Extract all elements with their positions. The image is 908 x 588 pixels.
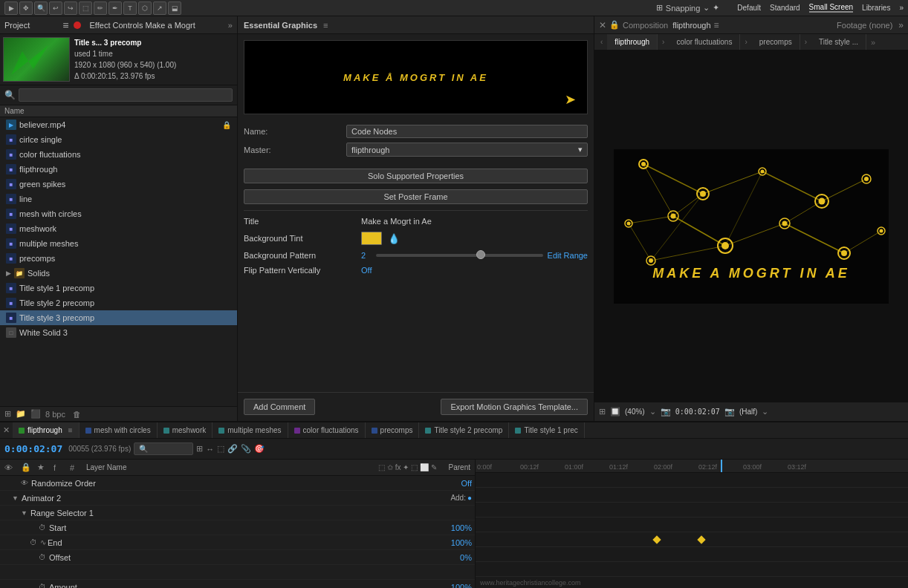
workspace-expand-icon[interactable]: » [899, 4, 904, 12]
workspace-standard[interactable]: Standard [770, 4, 800, 12]
undo-tool[interactable]: ↩ [49, 1, 62, 15]
edit-range-button[interactable]: Edit Range [548, 251, 588, 260]
current-timecode[interactable]: 0:00:02:07 [4, 443, 62, 454]
select-tool[interactable]: ▶ [4, 1, 18, 15]
panel-icon-3[interactable]: ⬛ [30, 409, 41, 419]
list-item[interactable]: ▶ believer.mp4 🔒 [0, 117, 237, 132]
keyframe-diamond-2[interactable] [697, 535, 705, 543]
comp-menu-icon[interactable]: ≡ [714, 20, 719, 30]
eg-menu-icon[interactable]: ≡ [323, 21, 328, 30]
eyedropper-icon[interactable]: 💧 [388, 233, 400, 244]
timeline-search-input[interactable] [134, 442, 193, 455]
add-comment-button[interactable]: Add Comment [244, 399, 315, 415]
panel-icon-1[interactable]: ⊞ [4, 409, 11, 419]
flip-pattern-value[interactable]: Off [361, 266, 372, 275]
timeline-tab-meshwork[interactable]: meshwork [158, 422, 213, 438]
timeline-ctrl-2[interactable]: ↔ [206, 445, 214, 454]
comp-timecode-label[interactable]: 0:00:02:07 [675, 408, 720, 416]
comp-toolbar-icon-6[interactable]: ⌄ [762, 407, 768, 416]
layer-value[interactable]: 100% [451, 523, 472, 532]
set-poster-frame-button[interactable]: Set Poster Frame [244, 189, 588, 204]
comp-expand-icon[interactable]: » [898, 20, 904, 30]
comp-tab-title-style[interactable]: Title style ... [811, 34, 866, 50]
list-item[interactable]: ■ precomps [0, 251, 237, 266]
timeline-tab-title-style-2[interactable]: Title style 2 precomp [419, 422, 509, 438]
comp-toolbar-icon-1[interactable]: ⊞ [599, 407, 606, 416]
timeline-tab-precomps[interactable]: precomps [366, 422, 420, 438]
comp-tab-flipthrough[interactable]: flipthrough [607, 34, 658, 50]
comp-tab-precomps[interactable]: precomps [752, 34, 800, 50]
trash-icon[interactable]: 🗑 [73, 410, 81, 419]
comp-toolbar-icon-2[interactable]: 🔲 [610, 407, 620, 416]
workspace-small-screen[interactable]: Small Screen [809, 3, 853, 13]
triangle-down-icon[interactable]: ▼ [12, 494, 19, 502]
timeline-tab-mesh-circles[interactable]: mesh with circles [80, 422, 158, 438]
panel-icon-2[interactable]: 📁 [16, 409, 26, 419]
comp-close-icon[interactable]: ✕ [599, 20, 606, 30]
timeline-ctrl-6[interactable]: 🎯 [254, 444, 265, 454]
layer-eye-icon[interactable]: 👁 [21, 479, 31, 487]
paint-tool[interactable]: ✒ [108, 1, 122, 15]
pattern-slider-thumb[interactable] [476, 250, 485, 259]
redo-tool[interactable]: ↪ [64, 1, 77, 15]
snapping-label[interactable]: Snapping [666, 4, 701, 13]
timeline-playhead[interactable] [721, 460, 722, 472]
tab-scroll-left-icon[interactable]: ‹ [597, 38, 606, 46]
name-input[interactable] [346, 125, 588, 138]
list-item[interactable]: ■ green spikes [0, 177, 237, 192]
timeline-ctrl-4[interactable]: 🔗 [227, 444, 238, 454]
keyframe-diamond-1[interactable] [652, 535, 661, 543]
shape-tool[interactable]: ⬚ [79, 1, 92, 15]
text-tool[interactable]: T [123, 1, 137, 15]
workspace-default[interactable]: Default [737, 4, 761, 12]
list-item[interactable]: ■ flipthrough [0, 162, 237, 177]
list-item[interactable]: ■ meshwork [0, 221, 237, 236]
camera-tool[interactable]: ↗ [153, 1, 166, 15]
timeline-ctrl-3[interactable]: ⬚ [217, 444, 224, 454]
comp-toolbar-icon-5[interactable]: 📷 [724, 407, 735, 416]
pattern-slider-track[interactable] [376, 254, 543, 257]
timeline-tab-title-style-1[interactable]: Title style 1 prec [509, 422, 584, 438]
comp-toolbar-icon-4[interactable]: 📷 [661, 407, 671, 416]
list-item[interactable]: ■ cirlce single [0, 132, 237, 147]
panel2-expand-icon[interactable]: » [228, 21, 233, 30]
timeline-tab-flipthrough[interactable]: flipthrough ≡ [13, 422, 80, 438]
timeline-tab-multiple-meshes[interactable]: multiple meshes [213, 422, 288, 438]
snapping-expand[interactable]: ⌄ [703, 3, 710, 13]
list-item-mesh-circles[interactable]: ■ mesh with circles [0, 206, 237, 221]
comp-lock-icon[interactable]: 🔒 [609, 20, 620, 30]
timeline-close-icon[interactable]: ✕ [0, 425, 13, 435]
tab-overflow-icon[interactable]: » [871, 38, 875, 47]
list-item[interactable]: ■ Title style 1 precomp [0, 281, 237, 295]
pattern-value[interactable]: 2 [361, 251, 372, 260]
comp-quality-label[interactable]: (Half) [739, 408, 757, 416]
layer-value[interactable]: Off [461, 479, 472, 488]
list-item[interactable]: ■ multiple meshes [0, 236, 237, 251]
add-button[interactable]: ● [467, 494, 472, 502]
layer-value[interactable]: 100% [451, 538, 472, 547]
list-item[interactable]: ■ Title style 2 precomp [0, 295, 237, 310]
master-dropdown[interactable]: flipthrough ▾ [346, 143, 588, 157]
layer-value[interactable]: 100% [451, 583, 472, 589]
list-item-selected[interactable]: ■ Title style 3 precomp [0, 310, 237, 325]
puppet-tool[interactable]: ⬡ [138, 1, 152, 15]
comp-toolbar-icon-3[interactable]: ⌄ [649, 407, 656, 416]
list-item[interactable]: ■ line [0, 192, 237, 206]
comp-tab-color-fluctuations[interactable]: color fluctuations [669, 34, 740, 50]
timeline-ctrl-5[interactable]: 📎 [241, 444, 251, 454]
timeline-tab-color-fluctuations[interactable]: color fluctuations [288, 422, 366, 438]
workspace-libraries[interactable]: Libraries [862, 4, 890, 12]
panel-menu-icon[interactable]: ≡ [62, 19, 68, 31]
triangle-down-2-icon[interactable]: ▼ [21, 509, 27, 517]
move-tool[interactable]: ✥ [19, 1, 33, 15]
search-input[interactable] [19, 88, 233, 102]
solo-properties-button[interactable]: Solo Supported Properties [244, 169, 588, 183]
comp-zoom-label[interactable]: (40%) [625, 408, 645, 416]
grid-tool[interactable]: ⬓ [168, 1, 181, 15]
tab-menu-icon[interactable]: ≡ [68, 426, 73, 434]
export-template-button[interactable]: Export Motion Graphics Template... [441, 399, 588, 415]
list-item[interactable]: ■ color fluctuations [0, 147, 237, 162]
list-item[interactable]: □ White Solid 3 [0, 325, 237, 340]
zoom-tool[interactable]: 🔍 [34, 1, 48, 15]
timeline-ctrl-1[interactable]: ⊞ [196, 444, 203, 454]
